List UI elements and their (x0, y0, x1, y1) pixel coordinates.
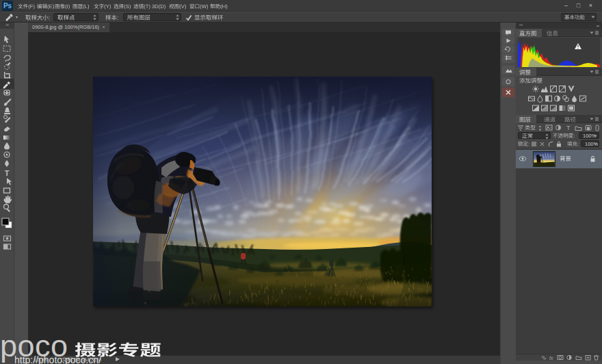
svg-text:fx: fx (549, 356, 553, 361)
svg-text:T: T (566, 125, 571, 131)
svg-text:T: T (5, 169, 10, 177)
